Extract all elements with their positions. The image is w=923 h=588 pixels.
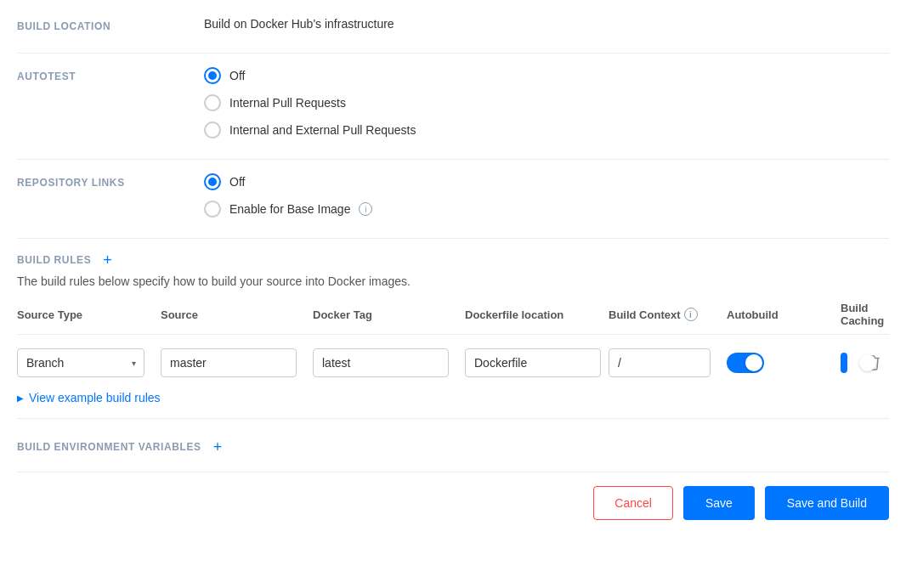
cell-docker-tag [313, 348, 462, 377]
save-button[interactable]: Save [683, 486, 755, 520]
autotest-radio-group: Off Internal Pull Requests Internal and … [204, 67, 889, 139]
source-type-select[interactable]: Branch Tag [17, 348, 144, 377]
repo-links-off-label: Off [229, 175, 245, 189]
autotest-section: AUTOTEST Off Internal Pull Requests Inte… [17, 67, 889, 139]
divider-4 [17, 418, 889, 419]
autobuild-toggle[interactable] [727, 353, 764, 373]
save-and-build-button[interactable]: Save and Build [765, 486, 889, 520]
add-build-rule-button[interactable]: + [99, 252, 116, 268]
table-header: Source Type Source Docker Tag Dockerfile… [17, 302, 889, 335]
build-env-title: BUILD ENVIRONMENT VARIABLES [17, 441, 201, 453]
autotest-label: AUTOTEST [17, 67, 204, 139]
build-location-label: BUILD LOCATION [17, 17, 204, 32]
divider-3 [17, 238, 889, 239]
col-docker-tag: Docker Tag [313, 302, 462, 327]
repo-links-base-label: Enable for Base Image [229, 202, 350, 216]
build-location-text: Build on Docker Hub's infrastructure [204, 17, 394, 31]
autobuild-toggle-knob [745, 354, 762, 371]
view-example-link[interactable]: ▶ View example build rules [17, 391, 889, 404]
repo-links-base-radio[interactable] [204, 201, 221, 218]
autotest-internal-external-label: Internal and External Pull Requests [229, 123, 416, 137]
repo-links-radio-group: Off Enable for Base Image i [204, 173, 889, 218]
repo-links-base-image[interactable]: Enable for Base Image i [204, 201, 889, 218]
repo-links-off[interactable]: Off [204, 173, 889, 190]
source-input[interactable] [161, 348, 297, 377]
add-env-variable-button[interactable]: + [210, 439, 226, 455]
page: BUILD LOCATION Build on Docker Hub's inf… [0, 0, 923, 588]
autotest-off[interactable]: Off [204, 67, 889, 84]
build-rules-description: The build rules below specify how to bui… [17, 274, 889, 288]
base-image-info-icon[interactable]: i [359, 202, 372, 216]
build-location-value: Build on Docker Hub's infrastructure [204, 17, 889, 32]
divider-1 [17, 53, 889, 54]
autotest-content: Off Internal Pull Requests Internal and … [204, 67, 889, 139]
build-rules-title: BUILD RULES [17, 254, 91, 266]
col-source-type: Source Type [17, 302, 157, 327]
cancel-button[interactable]: Cancel [593, 486, 673, 520]
build-rules-table: Source Type Source Docker Tag Dockerfile… [17, 302, 889, 384]
divider-2 [17, 159, 889, 160]
build-caching-toggle-knob [859, 354, 876, 371]
cell-source-type: Branch Tag ▾ [17, 348, 157, 377]
col-build-context: Build Context i [609, 302, 723, 327]
build-location-section: BUILD LOCATION Build on Docker Hub's inf… [17, 17, 889, 32]
col-autobuild: Autobuild [727, 302, 837, 327]
build-env-header: BUILD ENVIRONMENT VARIABLES + [17, 439, 889, 455]
autotest-internal-label: Internal Pull Requests [229, 96, 346, 110]
autotest-internal-external[interactable]: Internal and External Pull Requests [204, 122, 889, 139]
docker-tag-input[interactable] [313, 348, 449, 377]
cell-build-context [609, 348, 723, 377]
autotest-internal-radio[interactable] [204, 94, 221, 111]
repository-links-label: REPOSITORY LINKS [17, 173, 204, 218]
repo-links-off-radio[interactable] [204, 173, 221, 190]
table-row: Branch Tag ▾ [17, 342, 889, 384]
autotest-internal[interactable]: Internal Pull Requests [204, 94, 889, 111]
col-dockerfile-location: Dockerfile location [465, 302, 605, 327]
chevron-right-icon: ▶ [17, 393, 24, 403]
build-context-info-icon[interactable]: i [684, 308, 698, 321]
dockerfile-location-input[interactable] [465, 348, 601, 377]
autotest-internal-external-radio[interactable] [204, 122, 221, 139]
cell-dockerfile-location [465, 348, 605, 377]
build-rules-section: BUILD RULES + The build rules below spec… [17, 252, 889, 404]
cell-autobuild [727, 353, 837, 373]
build-caching-toggle[interactable] [841, 353, 847, 373]
cell-source [161, 348, 309, 377]
repository-links-section: REPOSITORY LINKS Off Enable for Base Ima… [17, 173, 889, 218]
autotest-off-radio[interactable] [204, 67, 221, 84]
col-build-caching: Build Caching [841, 302, 883, 327]
build-rules-header: BUILD RULES + [17, 252, 889, 268]
build-context-input[interactable] [609, 348, 711, 377]
autotest-off-label: Off [229, 69, 245, 82]
repository-links-content: Off Enable for Base Image i [204, 173, 889, 218]
footer-actions: Cancel Save Save and Build [17, 472, 889, 534]
source-type-select-wrapper: Branch Tag ▾ [17, 348, 144, 377]
col-source: Source [161, 302, 309, 327]
view-example-label: View example build rules [29, 391, 161, 404]
cell-build-caching [841, 351, 883, 375]
